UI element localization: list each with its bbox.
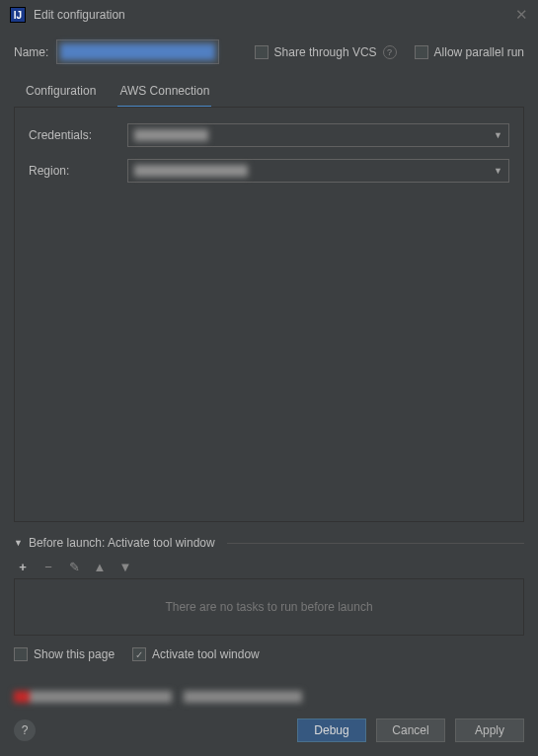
add-icon[interactable]: + <box>16 560 30 574</box>
error-message <box>14 689 524 705</box>
activate-tool-checkbox[interactable]: ✓ <box>132 647 146 661</box>
divider <box>227 543 524 544</box>
tab-panel: Credentials: ▼ Region: ▼ <box>14 107 524 522</box>
collapse-icon[interactable]: ▼ <box>14 538 23 548</box>
share-vcs-label: Share through VCS <box>274 45 377 59</box>
credentials-label: Credentials: <box>29 128 127 142</box>
app-icon: IJ <box>10 7 26 23</box>
help-button[interactable]: ? <box>14 719 36 741</box>
allow-parallel-label: Allow parallel run <box>434 45 524 59</box>
chevron-down-icon: ▼ <box>494 130 502 140</box>
region-dropdown[interactable]: ▼ <box>127 159 509 183</box>
apply-button[interactable]: Apply <box>455 718 524 742</box>
cancel-button[interactable]: Cancel <box>376 718 445 742</box>
down-icon[interactable]: ▼ <box>118 560 132 574</box>
tasks-empty: There are no tasks to run before launch <box>14 578 524 636</box>
tab-configuration[interactable]: Configuration <box>24 78 98 108</box>
debug-button[interactable]: Debug <box>297 718 366 742</box>
show-page-checkbox[interactable] <box>14 647 28 661</box>
up-icon[interactable]: ▲ <box>93 560 107 574</box>
activate-tool-label: Activate tool window <box>152 647 260 661</box>
name-input[interactable] <box>56 39 219 64</box>
before-launch-title: Before launch: Activate tool window <box>29 536 215 550</box>
remove-icon[interactable]: − <box>41 560 55 574</box>
credentials-dropdown[interactable]: ▼ <box>127 123 509 147</box>
tab-aws-connection[interactable]: AWS Connection <box>117 78 211 108</box>
show-page-label: Show this page <box>34 647 115 661</box>
edit-icon[interactable]: ✎ <box>67 560 81 574</box>
share-vcs-checkbox[interactable] <box>255 45 269 59</box>
chevron-down-icon: ▼ <box>494 166 502 176</box>
help-icon[interactable]: ? <box>383 45 397 59</box>
region-label: Region: <box>29 164 127 178</box>
window-title: Edit configuration <box>34 8 515 22</box>
name-label: Name: <box>14 45 48 59</box>
allow-parallel-checkbox[interactable] <box>415 45 428 59</box>
close-icon[interactable]: ✕ <box>515 6 528 24</box>
